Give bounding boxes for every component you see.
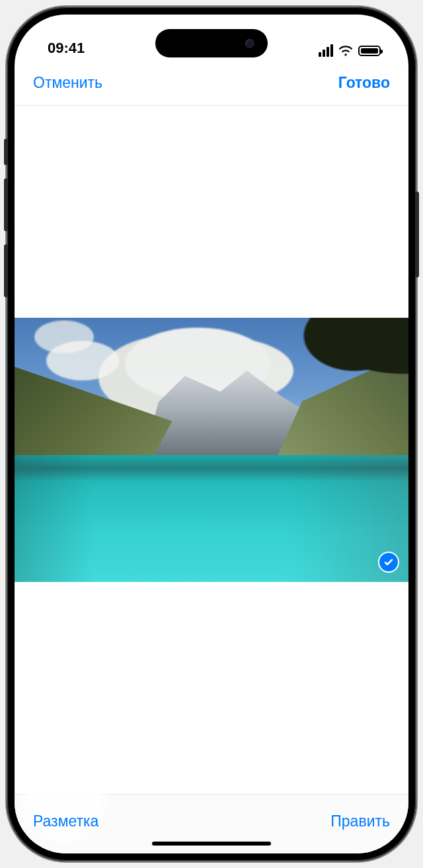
- cancel-button[interactable]: Отменить: [33, 74, 102, 92]
- markup-button[interactable]: Разметка: [33, 813, 98, 830]
- navigation-bar: Отменить Готово: [15, 61, 408, 106]
- power-button: [415, 192, 419, 277]
- volume-up-button: [4, 178, 8, 231]
- wifi-icon: [338, 46, 353, 56]
- silence-switch: [4, 139, 8, 165]
- status-indicators: [319, 44, 381, 57]
- status-time: 09:41: [48, 40, 85, 57]
- content-area: [15, 106, 408, 794]
- done-button[interactable]: Готово: [338, 74, 390, 92]
- iphone-frame: 09:41 Отменить Готово: [7, 7, 416, 861]
- screen: 09:41 Отменить Готово: [15, 15, 408, 853]
- edit-button[interactable]: Править: [330, 813, 390, 830]
- volume-down-button: [4, 244, 8, 297]
- photo-shoreline: [15, 455, 408, 482]
- selected-badge[interactable]: [378, 552, 399, 573]
- home-indicator[interactable]: [152, 842, 271, 846]
- photo-preview[interactable]: [15, 318, 408, 582]
- checkmark-icon: [383, 557, 394, 567]
- battery-icon: [358, 46, 381, 56]
- photo-tree: [255, 318, 408, 405]
- cellular-icon: [319, 44, 333, 57]
- dynamic-island: [155, 29, 268, 57]
